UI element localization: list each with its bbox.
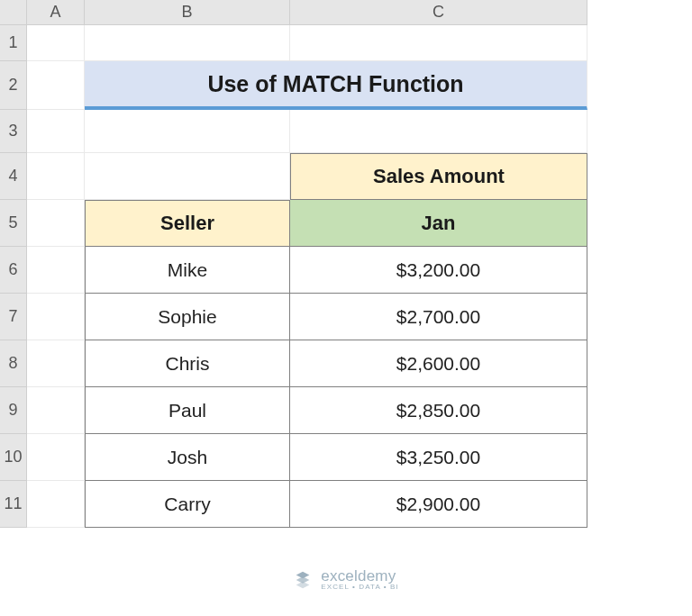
watermark-brand: exceldemy (321, 568, 398, 584)
cell[interactable] (85, 153, 290, 200)
seller-cell[interactable]: Paul (85, 387, 290, 434)
cell[interactable] (27, 61, 85, 110)
row-header-7[interactable]: 7 (0, 294, 27, 340)
row-header-4[interactable]: 4 (0, 153, 27, 200)
row-header-5[interactable]: 5 (0, 200, 27, 247)
col-headers: ABC (27, 0, 587, 25)
cell[interactable] (27, 434, 85, 481)
select-all-corner[interactable] (0, 0, 27, 25)
month-header[interactable]: Jan (290, 200, 587, 247)
svg-marker-2 (296, 581, 310, 587)
seller-cell[interactable]: Carry (85, 481, 290, 528)
cell[interactable] (290, 25, 587, 61)
cell[interactable] (85, 25, 290, 61)
title-cell[interactable]: Use of MATCH Function (85, 61, 587, 110)
sales-amount-header[interactable]: Sales Amount (290, 153, 587, 200)
cell[interactable] (85, 110, 290, 153)
seller-cell[interactable]: Chris (85, 340, 290, 387)
col-header-A[interactable]: A (27, 0, 85, 25)
cell[interactable] (27, 153, 85, 200)
seller-cell[interactable]: Josh (85, 434, 290, 481)
cell[interactable] (290, 110, 587, 153)
grid-cells: Use of MATCH FunctionSales AmountSellerJ… (27, 25, 587, 528)
exceldemy-logo-icon (293, 570, 313, 590)
amount-cell[interactable]: $3,200.00 (290, 247, 587, 294)
cell[interactable] (27, 340, 85, 387)
col-header-B[interactable]: B (85, 0, 290, 25)
amount-cell[interactable]: $2,850.00 (290, 387, 587, 434)
amount-cell[interactable]: $2,900.00 (290, 481, 587, 528)
row-header-9[interactable]: 9 (0, 387, 27, 434)
row-header-6[interactable]: 6 (0, 247, 27, 294)
amount-cell[interactable]: $3,250.00 (290, 434, 587, 481)
amount-cell[interactable]: $2,600.00 (290, 340, 587, 387)
row-header-8[interactable]: 8 (0, 340, 27, 387)
cell[interactable] (27, 481, 85, 528)
row-header-3[interactable]: 3 (0, 110, 27, 153)
cell[interactable] (27, 294, 85, 340)
watermark: exceldemy EXCEL • DATA • BI (0, 568, 692, 591)
cell[interactable] (27, 110, 85, 153)
spreadsheet: ABC 1234567891011 Use of MATCH FunctionS… (0, 0, 692, 616)
row-header-11[interactable]: 11 (0, 481, 27, 528)
cell[interactable] (27, 200, 85, 247)
col-header-C[interactable]: C (290, 0, 587, 25)
cell[interactable] (27, 387, 85, 434)
row-header-10[interactable]: 10 (0, 434, 27, 481)
amount-cell[interactable]: $2,700.00 (290, 294, 587, 340)
seller-cell[interactable]: Mike (85, 247, 290, 294)
seller-header[interactable]: Seller (85, 200, 290, 247)
cell[interactable] (27, 25, 85, 61)
seller-cell[interactable]: Sophie (85, 294, 290, 340)
cell[interactable] (27, 247, 85, 294)
row-header-1[interactable]: 1 (0, 25, 27, 61)
row-headers: 1234567891011 (0, 25, 27, 528)
watermark-tagline: EXCEL • DATA • BI (321, 584, 398, 591)
watermark-text: exceldemy EXCEL • DATA • BI (321, 568, 398, 591)
row-header-2[interactable]: 2 (0, 61, 27, 110)
